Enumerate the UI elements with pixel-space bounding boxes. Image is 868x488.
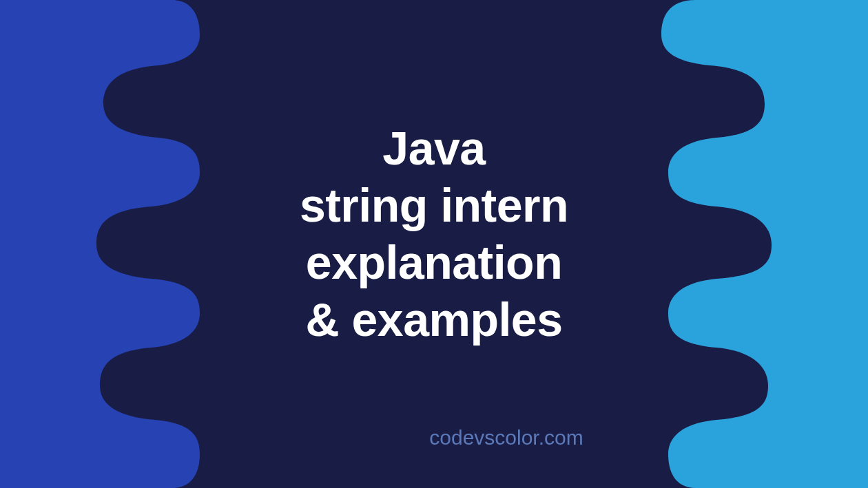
title-line-4: & examples	[300, 291, 568, 348]
main-title: Java string intern explanation & example…	[300, 120, 568, 348]
title-line-3: explanation	[300, 234, 568, 291]
banner-canvas: Java string intern explanation & example…	[0, 0, 868, 488]
title-line-2: string intern	[300, 177, 568, 234]
title-line-1: Java	[300, 120, 568, 177]
watermark-text: codevscolor.com	[429, 426, 583, 449]
